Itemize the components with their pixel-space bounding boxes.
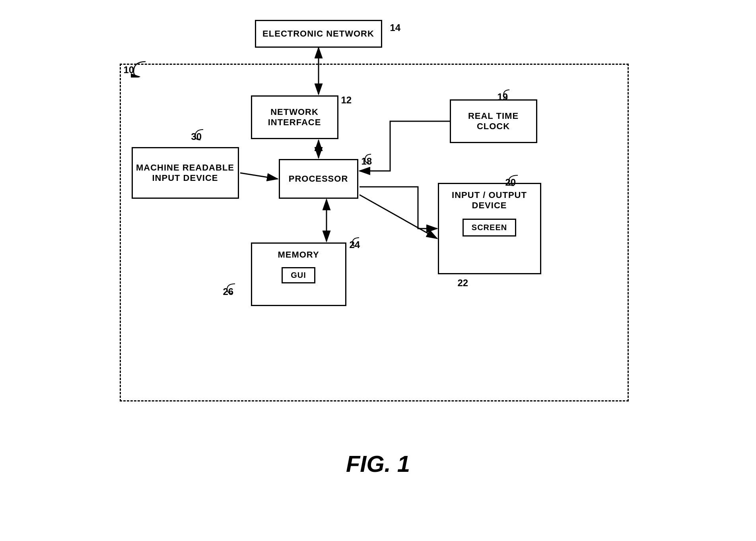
processor-label: PROCESSOR (289, 174, 348, 184)
io-device-box: INPUT / OUTPUT DEVICE SCREEN (438, 183, 541, 274)
network-interface-line1: NETWORK (270, 107, 319, 117)
bracket-30-svg (193, 126, 215, 142)
screen-label: SCREEN (472, 223, 507, 232)
machine-readable-line2: INPUT DEVICE (152, 173, 218, 183)
ref-14: 14 (390, 22, 401, 33)
network-interface-box: NETWORK INTERFACE (251, 95, 338, 139)
real-time-clock-line2: CLOCK (477, 121, 510, 132)
electronic-network-label: ELECTRONIC NETWORK (262, 29, 374, 39)
machine-readable-box: MACHINE READABLE INPUT DEVICE (132, 147, 239, 199)
memory-label: MEMORY (278, 250, 319, 260)
bracket-18-svg (363, 151, 383, 165)
gui-label: GUI (291, 271, 306, 279)
memory-box: MEMORY GUI (251, 242, 346, 306)
gui-box: GUI (282, 267, 315, 283)
bracket-26-svg (225, 281, 245, 296)
ref-22: 22 (458, 277, 468, 289)
io-device-line2: DEVICE (472, 200, 507, 211)
main-dashed-box (120, 64, 629, 401)
screen-box: SCREEN (463, 219, 516, 237)
bracket-19-svg (501, 87, 521, 101)
real-time-clock-line1: REAL TIME (468, 111, 519, 121)
bracket-10-svg (130, 58, 154, 78)
bracket-24-svg (350, 235, 368, 248)
bracket-20-svg (507, 172, 529, 188)
network-interface-line2: INTERFACE (268, 117, 321, 128)
figure-label: FIG. 1 (346, 450, 410, 477)
electronic-network-box: ELECTRONIC NETWORK (255, 20, 382, 48)
real-time-clock-box: REAL TIME CLOCK (450, 99, 537, 143)
io-device-line1: INPUT / OUTPUT (452, 190, 527, 200)
machine-readable-line1: MACHINE READABLE (136, 163, 234, 173)
ref-12: 12 (341, 95, 352, 106)
diagram-container: ELECTRONIC NETWORK 14 10 NETWORK INTERFA… (100, 16, 657, 493)
processor-box: PROCESSOR (279, 159, 358, 199)
